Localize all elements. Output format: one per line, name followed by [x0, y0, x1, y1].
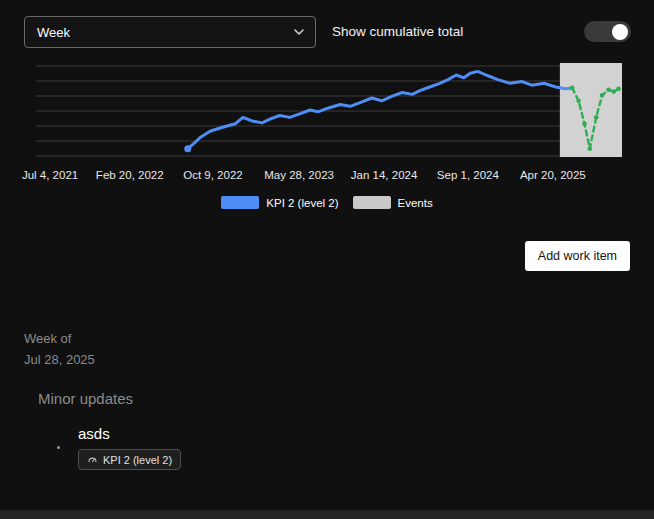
week-of-date: Jul 28, 2025	[24, 352, 95, 367]
chart-legend: KPI 2 (level 2)Events	[0, 196, 654, 209]
horizontal-scrollbar[interactable]	[0, 510, 654, 519]
week-of-label: Week of	[24, 331, 71, 346]
x-tick-label: Apr 20, 2025	[520, 169, 586, 181]
events-band	[560, 63, 622, 157]
minor-updates-heading: Minor updates	[38, 390, 133, 407]
legend-swatch	[221, 196, 259, 209]
cumulative-total-label: Show cumulative total	[332, 24, 463, 39]
period-select-value: Week	[37, 25, 70, 40]
period-select[interactable]: Week	[24, 16, 316, 48]
legend-swatch	[353, 196, 391, 209]
kpi-tag-label: KPI 2 (level 2)	[103, 454, 172, 466]
cumulative-total-toggle[interactable]	[584, 21, 631, 42]
x-tick-label: Jul 4, 2021	[22, 169, 78, 181]
x-tick-label: Sep 1, 2024	[437, 169, 499, 181]
legend-item[interactable]: KPI 2 (level 2)	[221, 196, 338, 209]
toggle-knob	[612, 24, 628, 40]
kpi-gauge-icon	[87, 454, 98, 465]
list-bullet	[57, 446, 60, 449]
legend-label: KPI 2 (level 2)	[266, 197, 338, 209]
update-item-title: asds	[78, 425, 110, 442]
legend-label: Events	[398, 197, 433, 209]
chart-canvas	[0, 60, 654, 160]
kpi-tag-chip[interactable]: KPI 2 (level 2)	[78, 449, 181, 470]
series-line	[188, 71, 572, 148]
x-axis: Jul 4, 2021Feb 20, 2022Oct 9, 2022May 28…	[36, 169, 622, 185]
chevron-down-icon	[293, 26, 305, 38]
add-work-item-button[interactable]: Add work item	[525, 241, 630, 271]
x-tick-label: Feb 20, 2022	[96, 169, 164, 181]
x-tick-label: Jan 14, 2024	[351, 169, 418, 181]
legend-item[interactable]: Events	[353, 196, 433, 209]
dashboard-screen: Week Show cumulative total Jul 4, 2021Fe…	[0, 0, 654, 519]
kpi-line-chart[interactable]	[0, 60, 654, 160]
x-tick-label: Oct 9, 2022	[183, 169, 242, 181]
x-tick-label: May 28, 2023	[264, 169, 334, 181]
